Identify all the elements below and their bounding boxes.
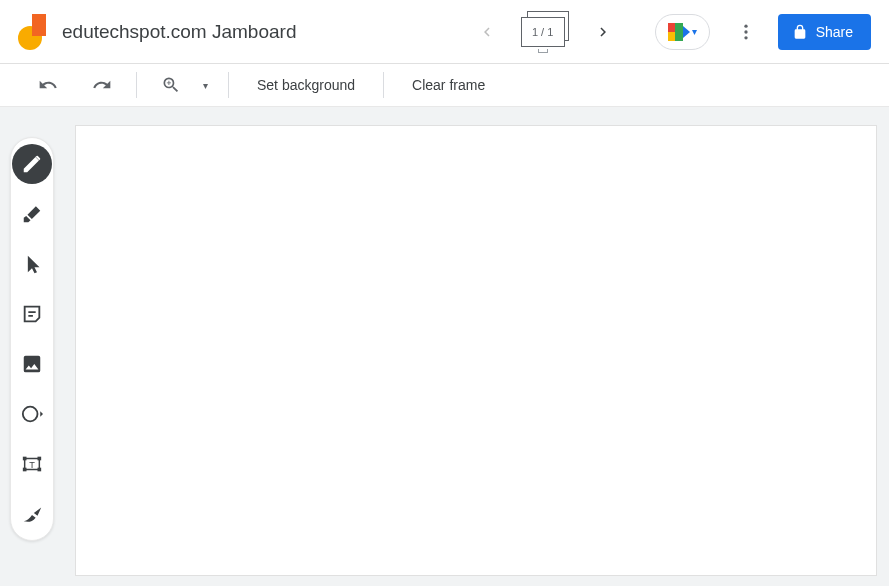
more-options-button[interactable] [728, 14, 764, 50]
sticky-note-tool[interactable] [12, 294, 52, 334]
workspace: T [0, 107, 889, 586]
separator [383, 72, 384, 98]
share-label: Share [816, 24, 853, 40]
textbox-icon: T [21, 453, 43, 475]
shape-tool[interactable] [12, 394, 52, 434]
chevron-left-icon [478, 23, 496, 41]
svg-rect-7 [38, 468, 42, 472]
more-vert-icon [736, 22, 756, 42]
next-frame-button[interactable] [587, 16, 619, 48]
svg-point-1 [744, 30, 747, 33]
chevron-down-icon: ▾ [197, 80, 214, 91]
image-icon [21, 353, 43, 375]
laser-icon [21, 503, 43, 525]
frame-indicator[interactable]: 1 / 1 [521, 15, 569, 49]
zoom-control[interactable]: ▾ [151, 69, 214, 101]
frame-navigator: 1 / 1 [471, 15, 619, 49]
redo-button[interactable] [82, 69, 122, 101]
zoom-button[interactable] [151, 69, 191, 101]
pen-tool[interactable] [12, 144, 52, 184]
image-tool[interactable] [12, 344, 52, 384]
svg-rect-4 [23, 457, 27, 461]
laser-tool[interactable] [12, 494, 52, 534]
undo-icon [38, 75, 58, 95]
chevron-right-icon [594, 23, 612, 41]
svg-text:T: T [29, 460, 35, 470]
separator [228, 72, 229, 98]
google-meet-button[interactable]: ▾ [655, 14, 710, 50]
google-meet-icon [668, 23, 690, 41]
pen-icon [21, 153, 43, 175]
separator [136, 72, 137, 98]
textbox-tool[interactable]: T [12, 444, 52, 484]
eraser-icon [21, 203, 43, 225]
svg-rect-5 [38, 457, 42, 461]
svg-point-2 [744, 36, 747, 39]
clear-frame-button[interactable]: Clear frame [398, 69, 499, 101]
zoom-in-icon [161, 75, 181, 95]
svg-point-3 [23, 407, 38, 422]
secondary-toolbar: ▾ Set background Clear frame [0, 64, 889, 107]
tool-palette: T [10, 137, 54, 541]
chevron-down-icon: ▾ [692, 26, 697, 37]
frame-count: 1 / 1 [532, 26, 553, 38]
svg-rect-6 [23, 468, 27, 472]
set-background-button[interactable]: Set background [243, 69, 369, 101]
prev-frame-button[interactable] [471, 16, 503, 48]
svg-point-0 [744, 24, 747, 27]
circle-icon [20, 403, 44, 425]
jamboard-logo-icon [18, 14, 46, 50]
share-button[interactable]: Share [778, 14, 871, 50]
document-title[interactable]: edutechspot.com Jamboard [62, 21, 296, 43]
redo-icon [92, 75, 112, 95]
drawing-canvas[interactable] [75, 125, 877, 576]
select-tool[interactable] [12, 244, 52, 284]
lock-icon [792, 24, 808, 40]
cursor-icon [22, 254, 42, 274]
undo-button[interactable] [28, 69, 68, 101]
eraser-tool[interactable] [12, 194, 52, 234]
app-header: edutechspot.com Jamboard 1 / 1 ▾ Share [0, 0, 889, 64]
sticky-note-icon [21, 303, 43, 325]
